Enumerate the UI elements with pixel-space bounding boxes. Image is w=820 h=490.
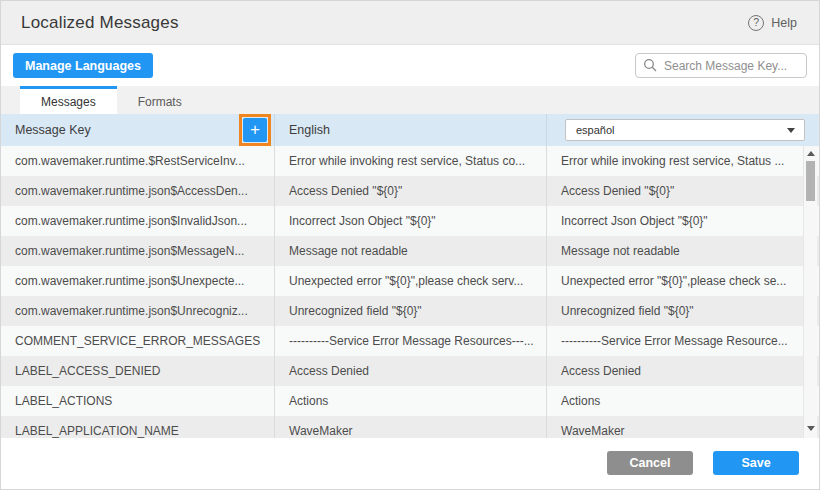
- page-title: Localized Messages: [21, 13, 179, 33]
- title-bar: Localized Messages ? Help: [1, 1, 819, 45]
- table-row[interactable]: COMMENT_SERVICE_ERROR_MESSAGES ---------…: [1, 326, 819, 356]
- scroll-down-icon[interactable]: [807, 426, 815, 431]
- english-cell[interactable]: Incorrect Json Object "${0}": [274, 206, 546, 236]
- table-row[interactable]: com.wavemaker.runtime.json$Unexpecte... …: [1, 266, 819, 296]
- message-key-cell[interactable]: com.wavemaker.runtime.json$Unexpecte...: [1, 266, 274, 296]
- add-message-highlight: +: [239, 114, 271, 146]
- help-icon: ?: [748, 15, 764, 31]
- table-row[interactable]: LABEL_ACTIONS Actions Actions: [1, 386, 819, 416]
- cancel-button[interactable]: Cancel: [607, 451, 693, 475]
- english-cell[interactable]: Access Denied "${0}": [274, 176, 546, 206]
- scroll-up-icon[interactable]: [807, 151, 815, 156]
- tab-messages[interactable]: Messages: [20, 86, 117, 114]
- dialog-footer: Cancel Save: [1, 438, 819, 490]
- message-key-cell[interactable]: com.wavemaker.runtime.json$AccessDen...: [1, 176, 274, 206]
- message-key-cell[interactable]: LABEL_ACCESS_DENIED: [1, 356, 274, 386]
- plus-icon: +: [250, 119, 260, 141]
- message-key-cell[interactable]: LABEL_APPLICATION_NAME: [1, 416, 274, 438]
- table-body: com.wavemaker.runtime.$RestServiceInv...…: [1, 146, 819, 438]
- english-cell[interactable]: Message not readable: [274, 236, 546, 266]
- table-row[interactable]: LABEL_APPLICATION_NAME WaveMaker WaveMak…: [1, 416, 819, 438]
- table-row[interactable]: com.wavemaker.runtime.$RestServiceInv...…: [1, 146, 819, 176]
- spanish-cell[interactable]: Access Denied "${0}": [546, 176, 819, 206]
- message-key-cell[interactable]: com.wavemaker.runtime.$RestServiceInv...: [1, 146, 274, 176]
- tab-formats[interactable]: Formats: [117, 86, 203, 114]
- table-header: Message Key + English español: [1, 114, 819, 146]
- message-key-cell[interactable]: com.wavemaker.runtime.json$MessageN...: [1, 236, 274, 266]
- message-key-cell[interactable]: com.wavemaker.runtime.json$Unrecogniz...: [1, 296, 274, 326]
- table-row[interactable]: com.wavemaker.runtime.json$MessageN... M…: [1, 236, 819, 266]
- message-key-cell[interactable]: LABEL_ACTIONS: [1, 386, 274, 416]
- search-box: [635, 53, 807, 78]
- english-cell[interactable]: Access Denied: [274, 356, 546, 386]
- help-label: Help: [771, 16, 797, 30]
- save-button[interactable]: Save: [713, 451, 799, 475]
- help-button[interactable]: ? Help: [748, 15, 797, 31]
- manage-languages-button[interactable]: Manage Languages: [13, 53, 153, 78]
- english-cell[interactable]: Unexpected error "${0}",please check ser…: [274, 266, 546, 296]
- vertical-scrollbar[interactable]: [803, 146, 817, 438]
- table-row[interactable]: LABEL_ACCESS_DENIED Access Denied Access…: [1, 356, 819, 386]
- spanish-cell[interactable]: Incorrect Json Object "${0}": [546, 206, 819, 236]
- language-select[interactable]: español: [565, 119, 805, 141]
- toolbar: Manage Languages: [1, 45, 819, 86]
- spanish-cell[interactable]: Actions: [546, 386, 819, 416]
- table-row[interactable]: com.wavemaker.runtime.json$AccessDen... …: [1, 176, 819, 206]
- table-body-wrapper: com.wavemaker.runtime.$RestServiceInv...…: [1, 146, 819, 438]
- spanish-cell[interactable]: Access Denied: [546, 356, 819, 386]
- tab-bar: Messages Formats: [1, 86, 819, 114]
- message-key-cell[interactable]: com.wavemaker.runtime.json$InvalidJson..…: [1, 206, 274, 236]
- spanish-cell[interactable]: Unrecognized field "${0}": [546, 296, 819, 326]
- language-select-value: español: [576, 124, 615, 136]
- table-row[interactable]: com.wavemaker.runtime.json$Unrecogniz...…: [1, 296, 819, 326]
- english-column-header: English: [289, 123, 330, 137]
- localized-messages-dialog: Localized Messages ? Help Manage Languag…: [0, 0, 820, 490]
- english-cell[interactable]: Error while invoking rest service, Statu…: [274, 146, 546, 176]
- spanish-cell[interactable]: Message not readable: [546, 236, 819, 266]
- spanish-cell[interactable]: Unexpected error "${0}",please check se.…: [546, 266, 819, 296]
- message-key-column-header: Message Key: [15, 123, 91, 137]
- scrollbar-thumb[interactable]: [806, 161, 815, 201]
- english-cell[interactable]: WaveMaker: [274, 416, 546, 438]
- table-row[interactable]: com.wavemaker.runtime.json$InvalidJson..…: [1, 206, 819, 236]
- spanish-cell[interactable]: Error while invoking rest service, Statu…: [546, 146, 819, 176]
- search-icon: [643, 58, 657, 72]
- english-cell[interactable]: Actions: [274, 386, 546, 416]
- chevron-down-icon: [787, 128, 795, 133]
- search-input[interactable]: [635, 53, 807, 78]
- english-cell[interactable]: Unrecognized field "${0}": [274, 296, 546, 326]
- add-message-button[interactable]: +: [243, 118, 267, 142]
- spanish-cell[interactable]: ----------Service Error Message Resource…: [546, 326, 819, 356]
- message-key-cell[interactable]: COMMENT_SERVICE_ERROR_MESSAGES: [1, 326, 274, 356]
- spanish-cell[interactable]: WaveMaker: [546, 416, 819, 438]
- english-cell[interactable]: ----------Service Error Message Resource…: [274, 326, 546, 356]
